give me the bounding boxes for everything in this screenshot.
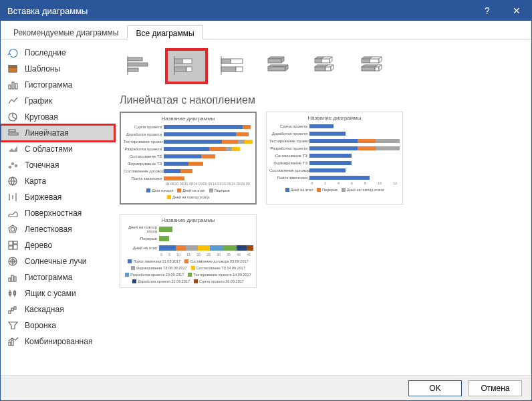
sidebar-item-label: Карта	[25, 176, 46, 186]
chart-type-icon	[7, 272, 19, 283]
sidebar-item-5[interactable]: Линейчатая	[1, 125, 114, 141]
svg-point-9	[12, 163, 14, 165]
sidebar-item-label: Поверхностная	[25, 209, 82, 218]
svg-rect-38	[128, 63, 148, 66]
chart-preview-2[interactable]: Название диаграммыДней на повтор этапаПе…	[120, 214, 257, 288]
subtype-clustered-bar[interactable]	[121, 51, 158, 82]
sidebar-item-9[interactable]: Биржевая	[1, 189, 114, 205]
sidebar-item-label: Гистограмма	[25, 80, 72, 90]
svg-rect-27	[14, 277, 16, 281]
tab-strip: Рекомендуемые диаграммы Все диаграммы	[1, 21, 531, 39]
chart-type-icon	[7, 208, 19, 219]
chart-type-icon	[7, 176, 19, 186]
svg-rect-55	[315, 67, 325, 71]
close-button[interactable]: ✕	[502, 1, 531, 21]
svg-rect-25	[9, 278, 11, 281]
chart-type-icon	[7, 160, 19, 170]
chart-type-icon	[7, 128, 19, 138]
svg-rect-47	[231, 59, 243, 63]
window-title: Вставка диаграммы	[7, 6, 473, 16]
sidebar-item-label: Каскадная	[25, 305, 64, 314]
sidebar-item-label: Круговая	[25, 112, 58, 122]
svg-rect-56	[325, 67, 331, 71]
sidebar-item-label: Линейчатая	[25, 128, 69, 138]
ok-button[interactable]: OK	[408, 380, 462, 396]
svg-rect-18	[13, 241, 17, 244]
sidebar-item-2[interactable]: Гистограмма	[1, 77, 114, 93]
chart-type-icon	[7, 240, 19, 251]
sidebar-item-label: Ящик с усами	[25, 289, 76, 298]
chart-type-icon	[7, 96, 19, 106]
sidebar-item-17[interactable]: Воронка	[1, 317, 114, 333]
preview-title: Название диаграммы	[124, 116, 253, 122]
svg-rect-39	[128, 68, 138, 72]
chart-type-icon	[7, 288, 19, 299]
chart-type-icon	[7, 224, 19, 235]
cancel-button[interactable]: Отмена	[469, 380, 522, 396]
sidebar-item-14[interactable]: Гистограмма	[1, 269, 114, 285]
svg-rect-34	[14, 307, 16, 309]
chart-type-icon	[7, 80, 19, 90]
sidebar-item-10[interactable]: Поверхностная	[1, 205, 114, 221]
chart-type-icon	[7, 256, 19, 267]
subtype-3d-clustered-bar[interactable]	[261, 51, 299, 82]
svg-rect-57	[362, 59, 370, 63]
sidebar-item-1[interactable]: Шаблоны	[1, 61, 114, 77]
chart-type-icon	[7, 192, 19, 203]
sidebar-item-13[interactable]: Солнечные лучи	[1, 253, 114, 269]
svg-rect-42	[182, 59, 192, 63]
sidebar-item-6[interactable]: С областями	[1, 141, 114, 157]
sidebar-item-label: График	[25, 96, 52, 106]
svg-rect-49	[236, 67, 243, 72]
subtype-3d-100pct-bar[interactable]	[355, 51, 392, 82]
svg-point-10	[15, 165, 17, 167]
help-button[interactable]: ?	[473, 1, 502, 21]
svg-marker-16	[11, 227, 15, 231]
sidebar-item-8[interactable]: Карта	[1, 173, 114, 189]
sidebar-item-15[interactable]: Ящик с усами	[1, 285, 114, 301]
sidebar-item-0[interactable]: Последние	[1, 45, 114, 61]
sidebar-item-12[interactable]: Дерево	[1, 237, 114, 253]
chart-type-icon	[7, 336, 19, 347]
chart-type-icon	[7, 320, 19, 331]
sidebar-item-3[interactable]: График	[1, 93, 114, 109]
svg-rect-60	[375, 67, 379, 71]
svg-rect-6	[9, 130, 15, 132]
chart-type-icon	[7, 144, 19, 154]
svg-rect-3	[12, 82, 14, 89]
sidebar-item-4[interactable]: Круговая	[1, 109, 114, 125]
svg-rect-20	[9, 246, 13, 249]
svg-rect-37	[128, 57, 142, 61]
sidebar-item-label: Последние	[25, 48, 66, 57]
tab-all[interactable]: Все диаграммы	[127, 25, 203, 39]
svg-point-8	[9, 166, 11, 168]
svg-rect-54	[321, 59, 329, 63]
subtype-3d-stacked-bar[interactable]	[308, 51, 346, 82]
sidebar-item-16[interactable]: Каскадная	[1, 301, 114, 317]
sidebar-item-11[interactable]: Лепестковая	[1, 221, 114, 237]
chart-type-list: ПоследниеШаблоныГистограммаГрафикКругова…	[1, 39, 114, 375]
subtype-stacked-bar[interactable]	[168, 51, 205, 82]
chart-preview-0[interactable]: Название диаграммыСдача проектаДоработка…	[120, 112, 257, 205]
main-panel: Линейчатая с накоплением Название диагра…	[114, 39, 531, 375]
svg-rect-17	[9, 241, 13, 245]
sidebar-item-label: Биржевая	[25, 192, 61, 202]
chart-type-icon	[7, 63, 19, 74]
sidebar-item-label: Солнечные лучи	[25, 257, 86, 266]
chart-preview-1[interactable]: Название диаграммыСдача проектаДоработка…	[266, 112, 403, 205]
sidebar-item-7[interactable]: Точечная	[1, 157, 114, 173]
svg-rect-32	[9, 311, 11, 313]
dialog-footer: OK Отмена	[1, 375, 531, 400]
tab-recommended[interactable]: Рекомендуемые диаграммы	[5, 25, 127, 39]
chart-previews: Название диаграммыСдача проектаДоработка…	[120, 112, 521, 288]
sidebar-item-label: Гистограмма	[25, 273, 72, 282]
svg-rect-26	[11, 275, 13, 281]
chart-type-icon	[7, 304, 19, 315]
sidebar-item-18[interactable]: Комбинированная	[1, 333, 114, 350]
svg-rect-58	[370, 59, 379, 63]
svg-rect-59	[362, 67, 375, 71]
subtype-100pct-bar[interactable]	[215, 51, 252, 82]
preview-title: Название диаграммы	[123, 217, 253, 223]
sidebar-item-label: Лепестковая	[25, 225, 72, 234]
svg-rect-19	[13, 245, 17, 249]
